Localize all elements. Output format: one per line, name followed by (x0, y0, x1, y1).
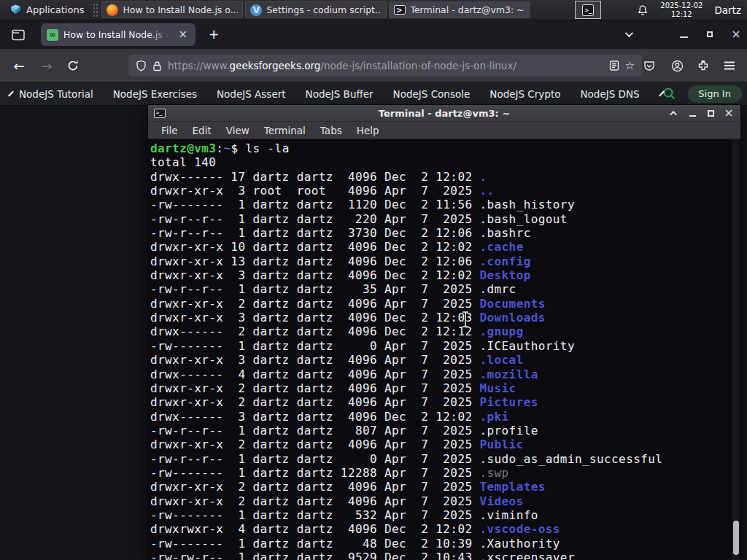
extensions-puzzle-icon[interactable] (692, 54, 715, 77)
listing-file-name: .sudo_as_admin_successful (479, 452, 662, 466)
menu-terminal[interactable]: Terminal (257, 125, 313, 136)
menu-tabs[interactable]: Tabs (313, 125, 349, 136)
window-close-button[interactable]: × (725, 25, 747, 44)
sitenav-item-console[interactable]: NodeJS Console (393, 88, 471, 100)
terminal-close-button[interactable]: × (723, 107, 735, 119)
bookmark-star-icon[interactable]: ☆ (625, 59, 635, 72)
listing-directory-name: .config (479, 254, 530, 268)
chevron-down-icon (625, 29, 633, 37)
typed-command: ls -la (245, 141, 289, 155)
tab-close-icon[interactable]: × (176, 28, 190, 41)
clock-time: 12:12 (660, 10, 703, 19)
mouse-ibeam-cursor (460, 311, 471, 328)
listing-file-name: .xscreensaver (479, 551, 574, 560)
terminal-row: drwxrwxr-x 4 dartz dartz 4096 Dec 2 12:0… (150, 522, 740, 536)
url-bar[interactable]: https://www.geeksforgeeks.org/node-js/in… (128, 55, 642, 77)
menu-help[interactable]: Help (349, 125, 387, 136)
panel-username: Dartz (714, 4, 743, 16)
listing-file-name: .bashrc (479, 226, 530, 240)
panel-handle (93, 3, 98, 18)
reload-button[interactable] (61, 54, 85, 77)
reader-mode-icon[interactable] (609, 61, 619, 71)
listing-file-name: .bash_history (479, 198, 574, 211)
terminal-minimize-button[interactable] (686, 107, 698, 119)
site-nav-bar: NodeJS Tutorial NodeJS Exercises NodeJS … (0, 82, 747, 106)
terminal-row: -rw------- 1 dartz dartz 1120 Dec 2 11:5… (150, 198, 740, 211)
account-icon[interactable] (665, 54, 689, 77)
search-icon[interactable] (662, 87, 676, 101)
prompt-user-host: dartz@vm3 (150, 141, 216, 155)
terminal-shade-button[interactable] (668, 107, 680, 119)
url-domain: geeksforgeeks.org (230, 60, 321, 71)
terminal-window-icon: >_ (154, 109, 166, 118)
terminal-row: drwxr-xr-x 13 dartz dartz 4096 Dec 2 12:… (150, 254, 740, 268)
browser-tab-active[interactable]: ∞ How to Install Node.js on × (41, 23, 196, 46)
terminal-maximize-button[interactable] (705, 107, 716, 119)
taskbar-button-firefox[interactable]: How to Install Node.js o... (101, 1, 243, 18)
sitenav-item-assert[interactable]: NodeJS Assert (217, 88, 286, 100)
listing-file-name: .ICEauthority (479, 339, 574, 353)
terminal-row: -rw------- 1 dartz dartz 532 Apr 7 2025 … (150, 508, 740, 522)
listing-file-name: .bash_logout (479, 212, 567, 226)
pocket-save-icon[interactable] (638, 54, 661, 77)
sitenav-item-buffer[interactable]: NodeJS Buffer (306, 88, 374, 100)
listing-directory-name: Templates (479, 480, 545, 494)
terminal-row: -rw------- 1 dartz dartz 12288 Apr 7 202… (150, 466, 740, 480)
maximize-icon (707, 31, 713, 37)
sitenav-item-tutorial[interactable]: NodeJS Tutorial (19, 88, 93, 100)
vscodium-icon: V (250, 4, 262, 16)
notification-bell-icon[interactable] (637, 4, 649, 16)
hamburger-menu-icon[interactable] (718, 54, 741, 77)
applications-menu-button[interactable]: Applications (4, 1, 89, 19)
listing-directory-name: Music (479, 381, 516, 395)
firefox-view-button[interactable] (7, 25, 29, 45)
terminal-scrollbar-thumb[interactable] (733, 521, 739, 555)
menu-view[interactable]: View (219, 125, 257, 136)
sitenav-item-dns[interactable]: NodeJS DNS (580, 88, 639, 100)
desktop: Applications How to Install Node.js o...… (0, 0, 747, 560)
terminal-scrollbar-track[interactable] (732, 139, 740, 560)
list-all-tabs-button[interactable] (617, 25, 639, 44)
minimize-icon (689, 115, 696, 117)
sitenav-item-crypto[interactable]: NodeJS Crypto (489, 88, 560, 100)
listing-directory-name: .cache (479, 240, 523, 254)
terminal-row: -rw-r--r-- 1 dartz dartz 807 Apr 7 2025 … (150, 424, 740, 438)
menu-edit[interactable]: Edit (185, 125, 219, 136)
taskbar-button-codium-settings[interactable]: V Settings - codium script... (245, 1, 387, 18)
listing-directory-name: . (479, 170, 487, 184)
window-maximize-button[interactable] (699, 25, 721, 44)
sign-in-button[interactable]: Sign In (688, 85, 742, 103)
prompt-symbol: $ (231, 141, 245, 155)
taskbar-button-label: How to Install Node.js o... (123, 4, 238, 15)
terminal-output-rows: drwx------ 17 dartz dartz 4096 Dec 2 12:… (150, 170, 740, 560)
terminal-row: drwxr-xr-x 3 dartz dartz 4096 Dec 2 12:0… (150, 268, 740, 282)
terminal-screen[interactable]: dartz@vm3:~$ ls -la total 140 drwx------… (148, 139, 740, 560)
firefox-nav-toolbar: ← → https://www.geeksforgeeks.org/node-j… (0, 49, 747, 82)
taskbar-button-label: Settings - codium script... (266, 4, 382, 15)
geeksforgeeks-favicon-icon: ∞ (47, 29, 58, 41)
clock-date: 2025-12-02 (660, 1, 703, 10)
firefox-tab-bar: ∞ How to Install Node.js on × + × (0, 20, 747, 49)
back-button[interactable]: ← (7, 54, 31, 77)
scroll-left-chevron-icon[interactable] (8, 91, 14, 97)
listing-file-name: .viminfo (479, 508, 538, 522)
new-tab-button[interactable]: + (204, 26, 223, 44)
tracking-shield-icon[interactable] (136, 60, 147, 71)
url-path: /node-js/installation-of-node-js-on-linu… (320, 60, 516, 71)
forward-button[interactable]: → (35, 54, 58, 77)
terminal-titlebar[interactable]: >_ Terminal - dartz@vm3: ~ × (148, 105, 740, 122)
taskbar-button-terminal[interactable]: >_ Terminal - dartz@vm3: ~ (389, 1, 530, 18)
listing-directory-name: Public (479, 438, 523, 451)
lock-icon[interactable] (152, 61, 162, 71)
prompt-separator: : (216, 141, 223, 155)
menu-file[interactable]: File (154, 125, 185, 136)
prompt-line: dartz@vm3:~$ ls -la (150, 141, 740, 155)
terminal-launcher-button[interactable]: >_ (575, 1, 601, 19)
sitenav-item-exercises[interactable]: NodeJS Exercises (113, 88, 197, 100)
panel-clock[interactable]: 2025-12-02 12:12 (660, 1, 703, 18)
tab-title: How to Install Node.js on (63, 29, 171, 40)
terminal-window: >_ Terminal - dartz@vm3: ~ × File Edit V… (147, 104, 741, 560)
window-minimize-button[interactable] (673, 25, 694, 44)
url-text[interactable]: https://www.geeksforgeeks.org/node-js/in… (168, 60, 603, 71)
terminal-row: drwx------ 17 dartz dartz 4096 Dec 2 12:… (150, 170, 740, 184)
